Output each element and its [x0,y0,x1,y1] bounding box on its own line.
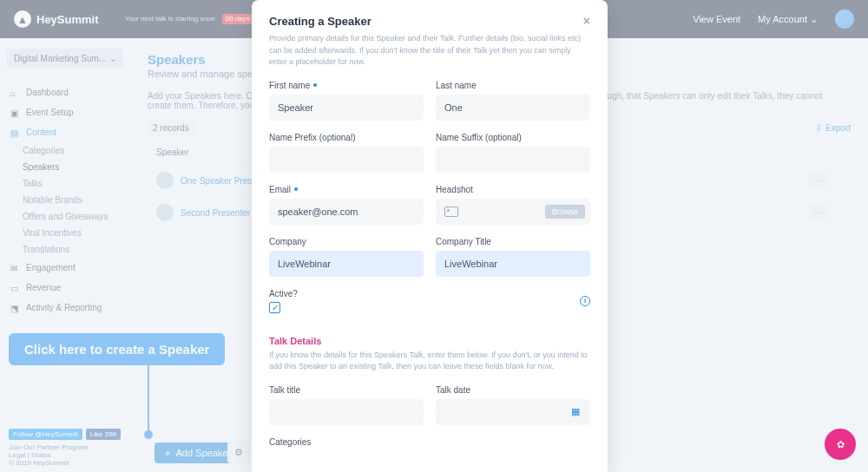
headshot-upload[interactable]: Browse [436,199,590,225]
required-dot [313,83,317,87]
required-dot [294,187,298,191]
suffix-label: Name Suffix (optional) [436,133,590,142]
first-name-label: First name [269,81,424,90]
info-icon[interactable]: i [580,296,590,306]
talk-details-desc: If you know the details for this Speaker… [269,350,590,373]
first-name-input[interactable] [269,95,424,121]
active-label: Active? [269,289,298,298]
talk-date-label: Talk date [436,385,590,395]
last-name-input[interactable] [436,95,590,121]
headshot-label: Headshot [436,185,590,194]
email-label: Email [269,185,424,194]
categories-label: Categories [269,437,590,447]
company-title-label: Company Title [436,237,590,246]
life-ring-icon: ✿ [837,439,845,450]
email-input[interactable] [269,199,424,225]
image-icon [444,206,458,217]
company-title-input[interactable] [436,251,590,277]
last-name-label: Last name [436,81,590,90]
company-label: Company [269,237,424,246]
create-speaker-modal: Creating a Speaker × Provide primary det… [252,0,608,472]
talk-details-header: Talk Details [269,336,590,346]
suffix-input[interactable] [436,147,590,173]
talk-title-label: Talk title [269,385,424,395]
browse-button[interactable]: Browse [545,205,585,219]
company-input[interactable] [269,251,424,277]
prefix-label: Name Prefix (optional) [269,133,424,142]
talk-title-input[interactable] [269,399,424,425]
modal-title: Creating a Speaker [269,15,372,28]
modal-description: Provide primary details for this Speaker… [269,33,590,69]
calendar-icon: ▦ [571,406,580,417]
active-checkbox[interactable]: ✓ [269,302,280,313]
help-fab[interactable]: ✿ [825,429,856,460]
talk-date-input[interactable]: ▦ [436,399,590,425]
close-icon[interactable]: × [583,14,590,28]
prefix-input[interactable] [269,147,424,173]
